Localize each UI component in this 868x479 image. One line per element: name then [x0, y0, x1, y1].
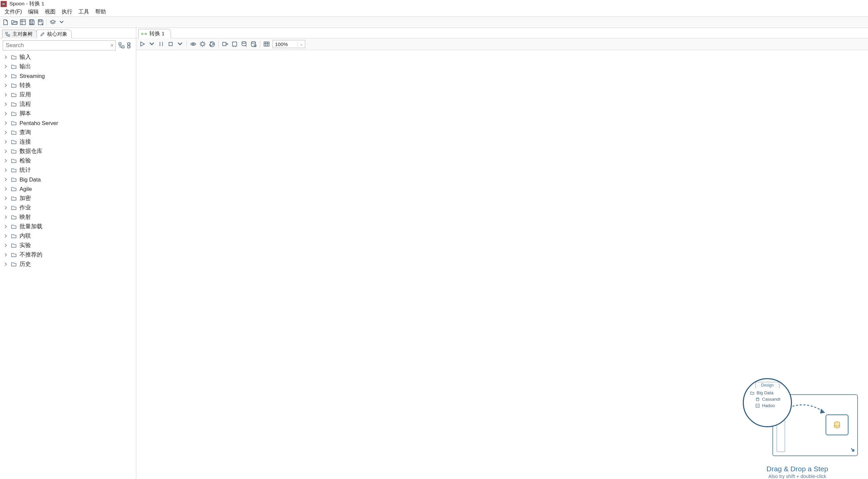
- tree-item[interactable]: 批量加载: [3, 222, 135, 231]
- chevron-right-icon[interactable]: [3, 224, 8, 229]
- tree-item-label: 加密: [20, 195, 31, 202]
- run-icon[interactable]: [139, 41, 146, 47]
- chevron-right-icon[interactable]: [3, 111, 8, 116]
- run-options-chevron-icon[interactable]: [148, 41, 155, 47]
- folder-icon: [11, 101, 17, 107]
- save-as-icon[interactable]: [37, 19, 44, 26]
- zoom-selector[interactable]: 100% ⌄: [273, 40, 305, 48]
- tree-item[interactable]: Agile: [3, 184, 135, 194]
- chevron-right-icon[interactable]: [3, 93, 8, 97]
- tree-item-label: 不推荐的: [20, 251, 42, 259]
- chevron-right-icon[interactable]: [3, 102, 8, 107]
- main-toolbar: [0, 16, 868, 28]
- chevron-right-icon[interactable]: [3, 149, 8, 153]
- folder-icon: [11, 111, 17, 117]
- show-results-icon[interactable]: [263, 41, 270, 47]
- steps-tree[interactable]: 输入输出Streaming转换应用流程脚本Pentaho Server查询连接数…: [0, 53, 136, 479]
- hadoop-icon: H: [755, 403, 760, 408]
- chevron-right-icon[interactable]: [3, 252, 8, 257]
- chevron-right-icon[interactable]: [3, 74, 8, 78]
- search-input[interactable]: [3, 40, 116, 50]
- preview-icon[interactable]: [190, 41, 196, 47]
- tab-main-tree-label: 主对象树: [12, 31, 33, 37]
- tree-item[interactable]: 脚本: [3, 109, 135, 118]
- chevron-right-icon[interactable]: [3, 215, 8, 219]
- zoom-chevron-icon[interactable]: ⌄: [297, 42, 305, 46]
- chevron-right-icon[interactable]: [3, 262, 8, 267]
- impact-icon[interactable]: [231, 41, 238, 47]
- tab-core-objects[interactable]: 核心对象: [37, 30, 72, 38]
- editor-tab-transformation[interactable]: 转换 1: [138, 29, 171, 38]
- stop-options-chevron-icon[interactable]: [177, 41, 183, 47]
- collapse-tree-icon[interactable]: [127, 42, 133, 48]
- menu-run[interactable]: 执行: [59, 8, 75, 16]
- titlebar: Spoon - 转换 1: [0, 0, 868, 8]
- replay-icon[interactable]: [209, 41, 215, 47]
- chevron-right-icon[interactable]: [3, 196, 8, 201]
- search-wrap: ×: [3, 40, 116, 50]
- menu-tools[interactable]: 工具: [75, 8, 92, 16]
- debug-icon[interactable]: [199, 41, 206, 47]
- tree-item[interactable]: 连接: [3, 137, 135, 146]
- verify-icon[interactable]: [222, 41, 228, 47]
- new-file-icon[interactable]: [2, 19, 9, 26]
- chevron-right-icon[interactable]: [3, 64, 8, 69]
- tree-item[interactable]: 转换: [3, 81, 135, 90]
- tree-item[interactable]: 作业: [3, 203, 135, 212]
- menu-edit[interactable]: 编辑: [25, 8, 42, 16]
- folder-icon: [11, 186, 17, 192]
- tree-item[interactable]: 统计: [3, 165, 135, 175]
- chevron-right-icon[interactable]: [3, 158, 8, 163]
- explore-icon[interactable]: [20, 19, 26, 26]
- chevron-right-icon[interactable]: [3, 168, 8, 172]
- chevron-right-icon[interactable]: [3, 130, 8, 135]
- chevron-right-icon[interactable]: [3, 83, 8, 88]
- folder-icon: [11, 120, 17, 126]
- tree-item[interactable]: 应用: [3, 90, 135, 100]
- tree-item[interactable]: 不推荐的: [3, 250, 135, 260]
- tree-item[interactable]: 历史: [3, 260, 135, 269]
- tree-item[interactable]: 实验: [3, 241, 135, 250]
- save-icon[interactable]: [28, 19, 35, 26]
- folder-icon: [11, 148, 17, 154]
- canvas[interactable]: Design Big Data Cassandr H Hadoo: [136, 50, 868, 479]
- tree-item[interactable]: 输出: [3, 62, 135, 71]
- svg-point-12: [192, 43, 194, 45]
- tree-item[interactable]: Big Data: [3, 175, 135, 184]
- menu-file[interactable]: 文件(F): [1, 8, 25, 16]
- tree-item[interactable]: Streaming: [3, 71, 135, 81]
- tree-item[interactable]: 检验: [3, 156, 135, 165]
- menu-view[interactable]: 视图: [42, 8, 59, 16]
- chevron-right-icon[interactable]: [3, 234, 8, 238]
- chevron-right-icon[interactable]: [3, 186, 8, 191]
- tree-item[interactable]: Pentaho Server: [3, 118, 135, 128]
- tree-item[interactable]: 输入: [3, 53, 135, 62]
- tree-item[interactable]: 加密: [3, 194, 135, 203]
- tree-item-label: 实验: [20, 242, 31, 249]
- hint-subtitle: Also try shift + double-click: [737, 474, 858, 479]
- hint-magnifier: Design Big Data Cassandr H Hadoo: [743, 378, 792, 427]
- svg-rect-5: [6, 32, 7, 34]
- chevron-right-icon[interactable]: [3, 177, 8, 182]
- perspectives-icon[interactable]: [50, 19, 56, 26]
- tree-item[interactable]: 数据仓库: [3, 146, 135, 156]
- dropdown-chevron-icon[interactable]: [58, 19, 65, 26]
- expand-tree-icon[interactable]: [119, 42, 125, 48]
- sql-icon[interactable]: [241, 41, 247, 47]
- menu-help[interactable]: 帮助: [92, 8, 109, 16]
- chevron-right-icon[interactable]: [3, 139, 8, 144]
- chevron-right-icon[interactable]: [3, 121, 8, 125]
- chevron-right-icon[interactable]: [3, 243, 8, 248]
- chevron-right-icon[interactable]: [3, 205, 8, 210]
- tab-main-tree[interactable]: 主对象树: [2, 30, 37, 38]
- tree-item[interactable]: 流程: [3, 100, 135, 109]
- open-file-icon[interactable]: [11, 19, 18, 26]
- tree-item[interactable]: 内联: [3, 231, 135, 241]
- explore-db-icon[interactable]: [250, 41, 257, 47]
- clear-search-icon[interactable]: ×: [110, 42, 114, 49]
- chevron-right-icon[interactable]: [3, 55, 8, 60]
- stop-icon[interactable]: [167, 41, 174, 47]
- tree-item[interactable]: 映射: [3, 212, 135, 222]
- pause-icon[interactable]: [158, 41, 164, 47]
- tree-item[interactable]: 查询: [3, 128, 135, 137]
